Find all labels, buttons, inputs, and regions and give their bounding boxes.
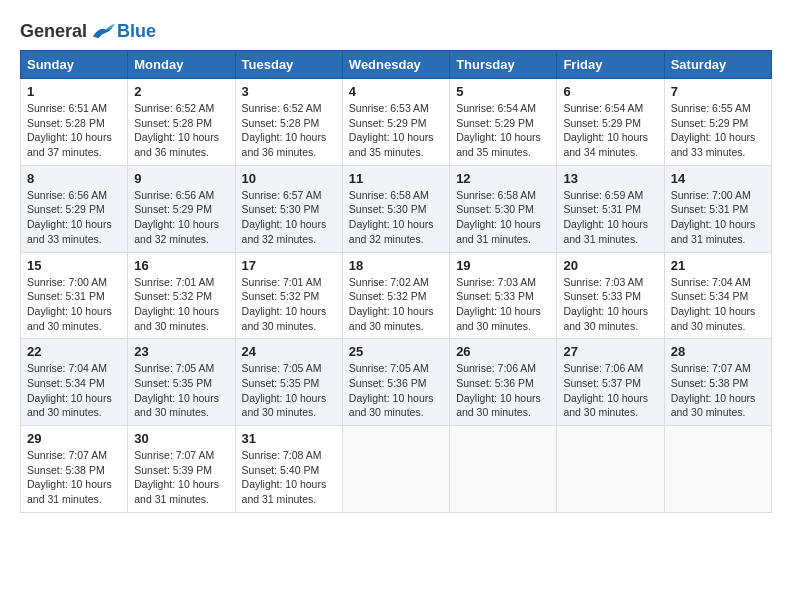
day-number: 2: [134, 84, 228, 99]
calendar-week-row: 29Sunrise: 7:07 AMSunset: 5:38 PMDayligh…: [21, 426, 772, 513]
day-number: 22: [27, 344, 121, 359]
cell-info: Sunrise: 7:03 AMSunset: 5:33 PMDaylight:…: [456, 275, 550, 334]
calendar-week-row: 22Sunrise: 7:04 AMSunset: 5:34 PMDayligh…: [21, 339, 772, 426]
calendar-cell: 16Sunrise: 7:01 AMSunset: 5:32 PMDayligh…: [128, 252, 235, 339]
calendar-cell: 3Sunrise: 6:52 AMSunset: 5:28 PMDaylight…: [235, 79, 342, 166]
cell-info: Sunrise: 7:08 AMSunset: 5:40 PMDaylight:…: [242, 448, 336, 507]
cell-info: Sunrise: 6:58 AMSunset: 5:30 PMDaylight:…: [349, 188, 443, 247]
calendar-week-row: 15Sunrise: 7:00 AMSunset: 5:31 PMDayligh…: [21, 252, 772, 339]
day-number: 25: [349, 344, 443, 359]
cell-info: Sunrise: 7:01 AMSunset: 5:32 PMDaylight:…: [242, 275, 336, 334]
calendar-cell: [557, 426, 664, 513]
calendar-table: SundayMondayTuesdayWednesdayThursdayFrid…: [20, 50, 772, 513]
calendar-cell: 1Sunrise: 6:51 AMSunset: 5:28 PMDaylight…: [21, 79, 128, 166]
cell-info: Sunrise: 7:05 AMSunset: 5:35 PMDaylight:…: [242, 361, 336, 420]
calendar-cell: [450, 426, 557, 513]
calendar-cell: 7Sunrise: 6:55 AMSunset: 5:29 PMDaylight…: [664, 79, 771, 166]
cell-info: Sunrise: 6:56 AMSunset: 5:29 PMDaylight:…: [27, 188, 121, 247]
cell-info: Sunrise: 6:56 AMSunset: 5:29 PMDaylight:…: [134, 188, 228, 247]
day-header-saturday: Saturday: [664, 51, 771, 79]
day-number: 5: [456, 84, 550, 99]
day-number: 31: [242, 431, 336, 446]
day-number: 10: [242, 171, 336, 186]
day-number: 26: [456, 344, 550, 359]
day-number: 14: [671, 171, 765, 186]
calendar-week-row: 1Sunrise: 6:51 AMSunset: 5:28 PMDaylight…: [21, 79, 772, 166]
calendar-cell: 4Sunrise: 6:53 AMSunset: 5:29 PMDaylight…: [342, 79, 449, 166]
day-number: 23: [134, 344, 228, 359]
cell-info: Sunrise: 6:57 AMSunset: 5:30 PMDaylight:…: [242, 188, 336, 247]
day-header-tuesday: Tuesday: [235, 51, 342, 79]
cell-info: Sunrise: 7:06 AMSunset: 5:36 PMDaylight:…: [456, 361, 550, 420]
cell-info: Sunrise: 6:52 AMSunset: 5:28 PMDaylight:…: [242, 101, 336, 160]
calendar-week-row: 8Sunrise: 6:56 AMSunset: 5:29 PMDaylight…: [21, 165, 772, 252]
logo-bird-icon: [89, 20, 117, 42]
calendar-cell: 22Sunrise: 7:04 AMSunset: 5:34 PMDayligh…: [21, 339, 128, 426]
day-number: 16: [134, 258, 228, 273]
day-number: 21: [671, 258, 765, 273]
day-header-sunday: Sunday: [21, 51, 128, 79]
day-number: 4: [349, 84, 443, 99]
cell-info: Sunrise: 7:02 AMSunset: 5:32 PMDaylight:…: [349, 275, 443, 334]
day-number: 17: [242, 258, 336, 273]
calendar-cell: 11Sunrise: 6:58 AMSunset: 5:30 PMDayligh…: [342, 165, 449, 252]
cell-info: Sunrise: 7:06 AMSunset: 5:37 PMDaylight:…: [563, 361, 657, 420]
day-number: 29: [27, 431, 121, 446]
cell-info: Sunrise: 6:59 AMSunset: 5:31 PMDaylight:…: [563, 188, 657, 247]
day-number: 6: [563, 84, 657, 99]
calendar-cell: 21Sunrise: 7:04 AMSunset: 5:34 PMDayligh…: [664, 252, 771, 339]
calendar-cell: 5Sunrise: 6:54 AMSunset: 5:29 PMDaylight…: [450, 79, 557, 166]
day-number: 13: [563, 171, 657, 186]
calendar-cell: 20Sunrise: 7:03 AMSunset: 5:33 PMDayligh…: [557, 252, 664, 339]
calendar-cell: 31Sunrise: 7:08 AMSunset: 5:40 PMDayligh…: [235, 426, 342, 513]
calendar-cell: 8Sunrise: 6:56 AMSunset: 5:29 PMDaylight…: [21, 165, 128, 252]
cell-info: Sunrise: 7:07 AMSunset: 5:38 PMDaylight:…: [671, 361, 765, 420]
day-number: 9: [134, 171, 228, 186]
day-header-monday: Monday: [128, 51, 235, 79]
calendar-cell: 30Sunrise: 7:07 AMSunset: 5:39 PMDayligh…: [128, 426, 235, 513]
calendar-header-row: SundayMondayTuesdayWednesdayThursdayFrid…: [21, 51, 772, 79]
day-number: 15: [27, 258, 121, 273]
calendar-cell: [342, 426, 449, 513]
calendar-cell: 19Sunrise: 7:03 AMSunset: 5:33 PMDayligh…: [450, 252, 557, 339]
calendar-cell: 17Sunrise: 7:01 AMSunset: 5:32 PMDayligh…: [235, 252, 342, 339]
calendar-cell: 28Sunrise: 7:07 AMSunset: 5:38 PMDayligh…: [664, 339, 771, 426]
cell-info: Sunrise: 6:55 AMSunset: 5:29 PMDaylight:…: [671, 101, 765, 160]
day-number: 1: [27, 84, 121, 99]
cell-info: Sunrise: 7:00 AMSunset: 5:31 PMDaylight:…: [671, 188, 765, 247]
calendar-cell: 27Sunrise: 7:06 AMSunset: 5:37 PMDayligh…: [557, 339, 664, 426]
cell-info: Sunrise: 7:01 AMSunset: 5:32 PMDaylight:…: [134, 275, 228, 334]
day-header-wednesday: Wednesday: [342, 51, 449, 79]
cell-info: Sunrise: 6:53 AMSunset: 5:29 PMDaylight:…: [349, 101, 443, 160]
calendar-cell: 10Sunrise: 6:57 AMSunset: 5:30 PMDayligh…: [235, 165, 342, 252]
logo: General Blue: [20, 20, 156, 42]
cell-info: Sunrise: 6:54 AMSunset: 5:29 PMDaylight:…: [563, 101, 657, 160]
cell-info: Sunrise: 6:52 AMSunset: 5:28 PMDaylight:…: [134, 101, 228, 160]
calendar-cell: 6Sunrise: 6:54 AMSunset: 5:29 PMDaylight…: [557, 79, 664, 166]
cell-info: Sunrise: 6:51 AMSunset: 5:28 PMDaylight:…: [27, 101, 121, 160]
calendar-cell: 13Sunrise: 6:59 AMSunset: 5:31 PMDayligh…: [557, 165, 664, 252]
day-number: 12: [456, 171, 550, 186]
cell-info: Sunrise: 7:00 AMSunset: 5:31 PMDaylight:…: [27, 275, 121, 334]
calendar-cell: 18Sunrise: 7:02 AMSunset: 5:32 PMDayligh…: [342, 252, 449, 339]
cell-info: Sunrise: 7:05 AMSunset: 5:35 PMDaylight:…: [134, 361, 228, 420]
calendar-cell: 29Sunrise: 7:07 AMSunset: 5:38 PMDayligh…: [21, 426, 128, 513]
day-number: 18: [349, 258, 443, 273]
calendar-cell: 12Sunrise: 6:58 AMSunset: 5:30 PMDayligh…: [450, 165, 557, 252]
day-number: 30: [134, 431, 228, 446]
cell-info: Sunrise: 7:04 AMSunset: 5:34 PMDaylight:…: [27, 361, 121, 420]
day-number: 7: [671, 84, 765, 99]
day-number: 28: [671, 344, 765, 359]
day-number: 20: [563, 258, 657, 273]
calendar-cell: 14Sunrise: 7:00 AMSunset: 5:31 PMDayligh…: [664, 165, 771, 252]
day-header-thursday: Thursday: [450, 51, 557, 79]
calendar-cell: 23Sunrise: 7:05 AMSunset: 5:35 PMDayligh…: [128, 339, 235, 426]
day-number: 19: [456, 258, 550, 273]
calendar-cell: 9Sunrise: 6:56 AMSunset: 5:29 PMDaylight…: [128, 165, 235, 252]
calendar-cell: 25Sunrise: 7:05 AMSunset: 5:36 PMDayligh…: [342, 339, 449, 426]
cell-info: Sunrise: 7:07 AMSunset: 5:38 PMDaylight:…: [27, 448, 121, 507]
calendar-cell: 26Sunrise: 7:06 AMSunset: 5:36 PMDayligh…: [450, 339, 557, 426]
calendar-cell: 15Sunrise: 7:00 AMSunset: 5:31 PMDayligh…: [21, 252, 128, 339]
day-number: 27: [563, 344, 657, 359]
cell-info: Sunrise: 7:05 AMSunset: 5:36 PMDaylight:…: [349, 361, 443, 420]
